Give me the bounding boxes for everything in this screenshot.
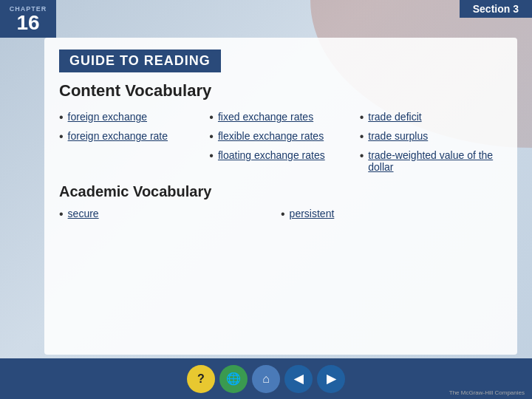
list-item: • persistent <box>281 208 502 221</box>
list-item: • trade-weighted value of the dollar <box>360 149 502 173</box>
section-badge: Section 3 <box>460 0 532 18</box>
section-label: Section 3 <box>473 3 519 15</box>
vocab-link-foreign-exchange[interactable]: foreign exchange <box>68 111 147 123</box>
chapter-badge: CHAPTER 16 <box>0 0 56 38</box>
vocabulary-grid: • foreign exchange • foreign exchange ra… <box>59 111 502 173</box>
main-content-card: GUIDE TO READING Content Vocabulary • fo… <box>44 38 517 355</box>
vocab-link-trade-deficit[interactable]: trade deficit <box>368 111 421 123</box>
globe-button[interactable]: 🌐 <box>219 365 248 393</box>
academic-vocabulary-title: Academic Vocabulary <box>59 183 502 200</box>
guide-title: GUIDE TO READING <box>59 50 221 72</box>
back-button[interactable]: ◀ <box>284 365 313 393</box>
bullet-icon: • <box>59 111 64 124</box>
vocab-link-secure[interactable]: secure <box>68 208 99 219</box>
list-item: • floating exchange rates <box>209 149 352 163</box>
list-item: • secure <box>59 208 281 221</box>
vocab-link-flexible-exchange-rates[interactable]: flexible exchange rates <box>218 130 324 142</box>
bullet-icon: • <box>209 149 214 163</box>
vocab-link-trade-surplus[interactable]: trade surplus <box>368 130 428 142</box>
vocab-link-trade-weighted-value[interactable]: trade-weighted value of the dollar <box>368 149 502 173</box>
help-button[interactable]: ? <box>187 365 215 393</box>
bullet-icon: • <box>209 111 214 124</box>
vocab-link-persistent[interactable]: persistent <box>290 208 335 219</box>
vocab-link-fixed-exchange-rates[interactable]: fixed exchange rates <box>218 111 313 123</box>
chapter-number: 16 <box>16 13 39 33</box>
list-item: • foreign exchange rate <box>59 130 202 143</box>
bullet-icon: • <box>360 111 364 124</box>
forward-button[interactable]: ▶ <box>317 365 345 393</box>
list-item: • fixed exchange rates <box>209 111 352 124</box>
bullet-icon: • <box>281 208 285 221</box>
bullet-icon: • <box>59 208 64 221</box>
bullet-icon: • <box>360 130 364 143</box>
list-item: • foreign exchange <box>59 111 202 124</box>
vocab-col-3: • trade deficit • trade surplus • trade-… <box>360 111 502 173</box>
list-item: • trade surplus <box>360 130 502 143</box>
bullet-icon: • <box>209 130 214 143</box>
home-button[interactable]: ⌂ <box>252 365 280 393</box>
bullet-icon: • <box>59 130 64 143</box>
academic-vocabulary-section: Academic Vocabulary • secure • persisten… <box>59 183 502 221</box>
bullet-icon: • <box>360 149 364 163</box>
vocab-col-1: • foreign exchange • foreign exchange ra… <box>59 111 202 173</box>
content-vocabulary-title: Content Vocabulary <box>59 81 502 100</box>
vocab-link-foreign-exchange-rate[interactable]: foreign exchange rate <box>68 130 168 142</box>
list-item: • trade deficit <box>360 111 502 124</box>
vocab-col-2: • fixed exchange rates • flexible exchan… <box>209 111 352 173</box>
vocab-link-floating-exchange-rates[interactable]: floating exchange rates <box>218 149 325 161</box>
mcgraw-logo: The McGraw-Hill Companies <box>449 389 525 396</box>
academic-grid: • secure • persistent <box>59 208 502 221</box>
list-item: • flexible exchange rates <box>209 130 352 143</box>
